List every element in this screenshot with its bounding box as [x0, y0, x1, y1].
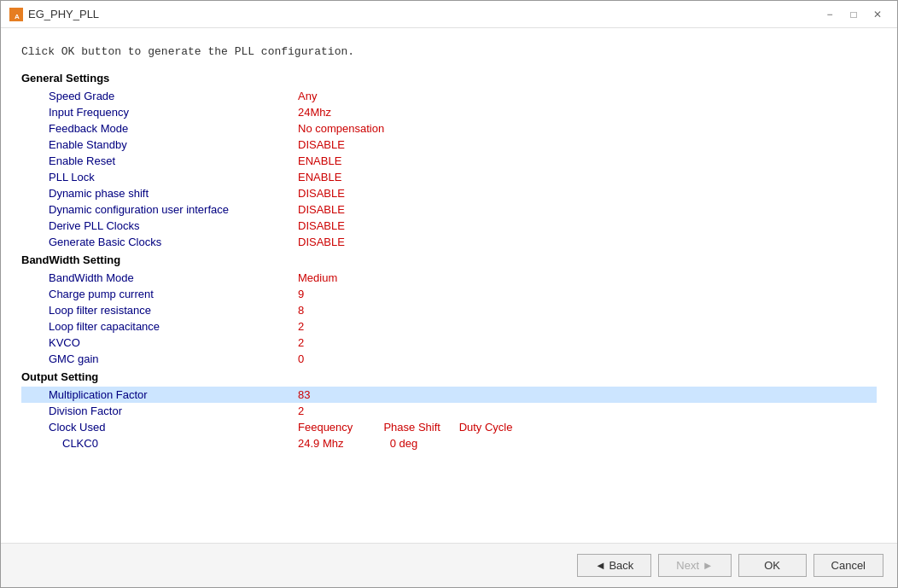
ok-button[interactable]: OK	[738, 554, 807, 577]
table-row: Speed Grade Any	[21, 88, 877, 104]
value: 0	[294, 351, 877, 367]
value: 8	[294, 302, 877, 318]
value: 24Mhz	[294, 104, 877, 120]
table-row: Charge pump current 9	[21, 286, 877, 302]
output-settings-table: Multiplication Factor 83 Division Factor…	[21, 387, 877, 451]
label: KVCO	[21, 335, 294, 351]
label: Generate Basic Clocks	[21, 234, 294, 250]
value: No compensation	[294, 120, 877, 137]
bandwidth-settings-table: BandWidth Mode Medium Charge pump curren…	[21, 270, 877, 367]
label: Loop filter resistance	[21, 302, 294, 318]
label: Loop filter capacitance	[21, 318, 294, 335]
output-settings-header: Output Setting	[21, 370, 877, 383]
value: DISABLE	[294, 185, 877, 201]
cancel-button[interactable]: Cancel	[813, 554, 883, 577]
title-bar: A EG_PHY_PLL − □ ✕	[1, 1, 897, 28]
label: Enable Standby	[21, 137, 294, 153]
value: ENABLE	[294, 153, 877, 169]
value: 9	[294, 286, 877, 302]
table-row: Dynamic configuration user interface DIS…	[21, 201, 877, 218]
general-settings-table: Speed Grade Any Input Frequency 24Mhz Fe…	[21, 88, 877, 250]
table-row: Clock Used Feequency Phase Shift Duty Cy…	[21, 419, 877, 435]
table-row: Derive PLL Clocks DISABLE	[21, 218, 877, 234]
title-bar-left: A EG_PHY_PLL	[9, 8, 99, 21]
clock-frequency: 24.9 Mhz	[298, 437, 343, 450]
label: Enable Reset	[21, 153, 294, 169]
clock-columns: Feequency Phase Shift Duty Cycle	[294, 419, 877, 435]
content-area: Click OK button to generate the PLL conf…	[1, 28, 897, 543]
maximize-button[interactable]: □	[843, 6, 865, 23]
value: DISABLE	[294, 218, 877, 234]
label: Multiplication Factor	[21, 387, 294, 403]
table-row: Enable Reset ENABLE	[21, 153, 877, 169]
value: DISABLE	[294, 234, 877, 250]
table-row: Dynamic phase shift DISABLE	[21, 185, 877, 201]
label: Charge pump current	[21, 286, 294, 302]
value: 2	[294, 318, 877, 335]
app-icon: A	[9, 8, 23, 21]
table-row: KVCO 2	[21, 335, 877, 351]
duty-cycle-col-header: Duty Cycle	[459, 421, 513, 434]
label: BandWidth Mode	[21, 270, 294, 286]
label: Dynamic phase shift	[21, 185, 294, 201]
value: 2	[294, 335, 877, 351]
table-row: Division Factor 2	[21, 403, 877, 419]
frequency-col-header: Feequency	[298, 421, 353, 434]
window-title: EG_PHY_PLL	[28, 8, 99, 20]
value: DISABLE	[294, 137, 877, 153]
label: PLL Lock	[21, 169, 294, 185]
bandwidth-settings-header: BandWidth Setting	[21, 253, 877, 266]
table-row: GMC gain 0	[21, 351, 877, 367]
close-button[interactable]: ✕	[866, 6, 889, 23]
table-row: BandWidth Mode Medium	[21, 270, 877, 286]
label: Clock Used	[21, 419, 294, 435]
table-row: Loop filter capacitance 2	[21, 318, 877, 335]
label: Dynamic configuration user interface	[21, 201, 294, 218]
value: Any	[294, 88, 877, 104]
label: Input Frequency	[21, 104, 294, 120]
phase-shift-col-header: Phase Shift	[383, 421, 440, 434]
label: GMC gain	[21, 351, 294, 367]
table-row: Enable Standby DISABLE	[21, 137, 877, 153]
main-window: A EG_PHY_PLL − □ ✕ Click OK button to ge…	[0, 0, 898, 588]
table-row: Loop filter resistance 8	[21, 302, 877, 318]
svg-text:A: A	[15, 13, 20, 20]
next-button[interactable]: Next ►	[658, 554, 731, 577]
table-row: Generate Basic Clocks DISABLE	[21, 234, 877, 250]
title-controls: − □ ✕	[819, 6, 889, 23]
label: Derive PLL Clocks	[21, 218, 294, 234]
table-row: Feedback Mode No compensation	[21, 120, 877, 137]
clock-phase-shift: 0 deg	[390, 437, 418, 450]
back-button[interactable]: ◄ Back	[577, 554, 651, 577]
table-row: Input Frequency 24Mhz	[21, 104, 877, 120]
label: Speed Grade	[21, 88, 294, 104]
table-row: CLKC0 24.9 Mhz 0 deg	[21, 435, 877, 451]
label: Feedback Mode	[21, 120, 294, 137]
value: ENABLE	[294, 169, 877, 185]
table-row-highlighted: Multiplication Factor 83	[21, 387, 877, 403]
value: DISABLE	[294, 201, 877, 218]
value: 83	[294, 387, 877, 403]
clock-name: CLKC0	[21, 435, 294, 451]
footer: ◄ Back Next ► OK Cancel	[1, 543, 897, 587]
value: 2	[294, 403, 877, 419]
value: Medium	[294, 270, 877, 286]
label: Division Factor	[21, 403, 294, 419]
clock-values: 24.9 Mhz 0 deg	[294, 435, 877, 451]
intro-text: Click OK button to generate the PLL conf…	[21, 45, 877, 58]
minimize-button[interactable]: −	[819, 6, 841, 23]
general-settings-header: General Settings	[21, 72, 877, 84]
table-row: PLL Lock ENABLE	[21, 169, 877, 185]
